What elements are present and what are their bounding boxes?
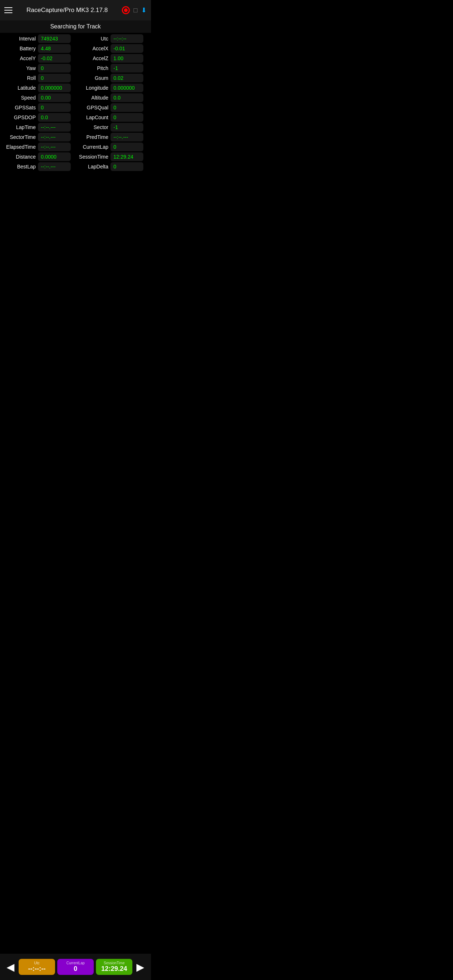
data-row: GPSDOP 0.0 LapCount 0: [3, 113, 148, 122]
data-cell-right: CurrentLap 0: [75, 143, 148, 151]
data-cell-left: ElapsedTime --:--.---: [3, 143, 75, 151]
label-pitch: Pitch: [75, 65, 108, 71]
data-cell-right: Pitch -1: [75, 64, 148, 73]
subtitle: Searching for Track: [0, 21, 151, 33]
value-pitch: -1: [110, 64, 144, 73]
value-interval: 749243: [38, 34, 71, 43]
value-altitude: 0.0: [110, 93, 144, 102]
value-gpssats: 0: [38, 103, 71, 112]
label-distance: Distance: [3, 154, 36, 160]
header: RaceCapture/Pro MK3 2.17.8 □ ⬇: [0, 0, 151, 21]
data-cell-left: BestLap --:--.---: [3, 162, 75, 171]
value-sectortime: --:--.---: [38, 133, 71, 142]
data-cell-left: Distance 0.0000: [3, 153, 75, 161]
value-bestlap: --:--.---: [38, 162, 71, 171]
data-cell-right: LapDelta 0: [75, 162, 148, 171]
value-lapcount: 0: [110, 113, 144, 122]
wifi-icon: □: [134, 6, 137, 14]
data-row: GPSSats 0 GPSQual 0: [3, 103, 148, 112]
value-currentlap: 0: [110, 143, 144, 151]
data-row: AccelY -0.02 AccelZ 1.00: [3, 54, 148, 63]
data-row: Battery 4.48 AccelX -0.01: [3, 44, 148, 53]
data-row: BestLap --:--.--- LapDelta 0: [3, 162, 148, 171]
label-gpssats: GPSSats: [3, 105, 36, 110]
value-roll: 0: [38, 74, 71, 83]
label-predtime: PredTime: [75, 134, 108, 140]
label-longitude: Longitude: [75, 85, 108, 91]
data-row: Latitude 0.000000 Longitude 0.000000: [3, 83, 148, 92]
data-cell-left: LapTime --:--.---: [3, 123, 75, 132]
value-speed: 0.00: [38, 93, 71, 102]
label-battery: Battery: [3, 46, 36, 51]
label-elapsedtime: ElapsedTime: [3, 144, 36, 150]
data-cell-left: Latitude 0.000000: [3, 83, 75, 92]
data-cell-left: Speed 0.00: [3, 93, 75, 102]
data-row: SectorTime --:--.--- PredTime --:--.---: [3, 133, 148, 142]
data-row: ElapsedTime --:--.--- CurrentLap 0: [3, 143, 148, 151]
header-title: RaceCapture/Pro MK3 2.17.8: [27, 6, 108, 14]
value-sessiontime: 12:29.24: [110, 153, 144, 161]
value-battery: 4.48: [38, 44, 71, 53]
value-longitude: 0.000000: [110, 83, 144, 92]
label-gpsdop: GPSDOP: [3, 115, 36, 120]
data-cell-right: PredTime --:--.---: [75, 133, 148, 142]
value-predtime: --:--.---: [110, 133, 144, 142]
value-utc: --:--:--: [110, 34, 144, 43]
data-cell-left: Battery 4.48: [3, 44, 75, 53]
data-cell-right: AccelZ 1.00: [75, 54, 148, 63]
value-accelz: 1.00: [110, 54, 144, 63]
label-altitude: Altitude: [75, 95, 108, 100]
label-accelz: AccelZ: [75, 56, 108, 61]
data-cell-left: Yaw 0: [3, 64, 75, 73]
label-accelx: AccelX: [75, 46, 108, 51]
label-utc: Utc: [75, 36, 108, 41]
label-interval: Interval: [3, 36, 36, 41]
label-lapcount: LapCount: [75, 115, 108, 120]
data-row: Distance 0.0000 SessionTime 12:29.24: [3, 153, 148, 161]
label-sector: Sector: [75, 124, 108, 130]
value-lapdelta: 0: [110, 162, 144, 171]
label-sectortime: SectorTime: [3, 134, 36, 140]
label-latitude: Latitude: [3, 85, 36, 91]
data-cell-left: Interval 749243: [3, 34, 75, 43]
value-elapsedtime: --:--.---: [38, 143, 71, 151]
value-distance: 0.0000: [38, 153, 71, 161]
label-yaw: Yaw: [3, 65, 36, 71]
data-cell-right: LapCount 0: [75, 113, 148, 122]
data-cell-right: AccelX -0.01: [75, 44, 148, 53]
label-accely: AccelY: [3, 56, 36, 61]
data-cell-left: AccelY -0.02: [3, 54, 75, 63]
value-yaw: 0: [38, 64, 71, 73]
data-grid: Interval 749243 Utc --:--:-- Battery 4.4…: [0, 33, 151, 173]
data-cell-right: GPSQual 0: [75, 103, 148, 112]
data-cell-right: Altitude 0.0: [75, 93, 148, 102]
data-cell-right: Utc --:--:--: [75, 34, 148, 43]
label-sessiontime: SessionTime: [75, 154, 108, 160]
label-speed: Speed: [3, 95, 36, 100]
download-icon[interactable]: ⬇: [141, 6, 147, 14]
value-accely: -0.02: [38, 54, 71, 63]
data-cell-right: Sector -1: [75, 123, 148, 132]
data-row: Interval 749243 Utc --:--:--: [3, 34, 148, 43]
label-gpsqual: GPSQual: [75, 105, 108, 110]
label-lapdelta: LapDelta: [75, 164, 108, 170]
data-row: Roll 0 Gsum 0.02: [3, 74, 148, 83]
header-icons: □ ⬇: [122, 6, 147, 14]
value-gpsqual: 0: [110, 103, 144, 112]
label-currentlap: CurrentLap: [75, 144, 108, 150]
data-cell-left: GPSDOP 0.0: [3, 113, 75, 122]
data-cell-right: Longitude 0.000000: [75, 83, 148, 92]
value-gpsdop: 0.0: [38, 113, 71, 122]
value-gsum: 0.02: [110, 74, 144, 83]
data-cell-right: Gsum 0.02: [75, 74, 148, 83]
data-row: Speed 0.00 Altitude 0.0: [3, 93, 148, 102]
label-bestlap: BestLap: [3, 164, 36, 170]
hamburger-menu-icon[interactable]: [4, 7, 13, 13]
data-cell-left: Roll 0: [3, 74, 75, 83]
value-accelx: -0.01: [110, 44, 144, 53]
label-gsum: Gsum: [75, 75, 108, 81]
value-laptime: --:--.---: [38, 123, 71, 132]
data-cell-right: SessionTime 12:29.24: [75, 153, 148, 161]
label-laptime: LapTime: [3, 124, 36, 130]
record-icon[interactable]: [122, 6, 130, 14]
